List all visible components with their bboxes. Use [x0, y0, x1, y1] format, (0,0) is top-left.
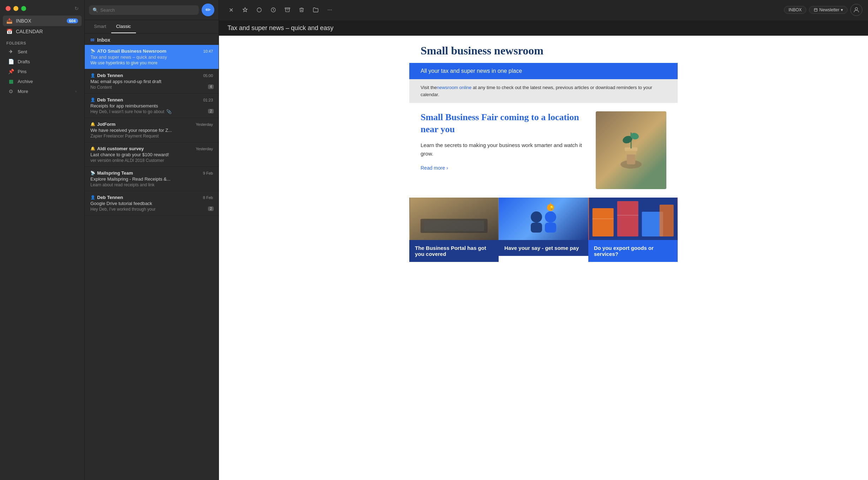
more-icon: ⊙	[8, 88, 14, 94]
sidebar: ↻ 📥 INBOX 604 📅 CALENDAR Folders ✈ Sent …	[0, 0, 85, 480]
view-tabs: Smart Classic	[85, 20, 219, 34]
sent-icon: ✈	[8, 49, 14, 54]
email-subject: We have received your response for Z...	[90, 128, 213, 133]
mail-blue-banner: All your tax and super news in one place	[409, 63, 678, 79]
inbox-icon: 📥	[6, 18, 12, 24]
search-icon: 🔍	[93, 7, 98, 13]
tab-smart[interactable]: Smart	[89, 20, 111, 33]
sidebar-item-pins[interactable]: 📌 Pins	[1, 66, 83, 76]
svg-rect-20	[545, 223, 556, 233]
move-folder-button[interactable]	[309, 4, 322, 16]
mail-notice: Visit thenewsroom online at any time to …	[409, 79, 678, 103]
email-item[interactable]: 👤 Deb Tennen 01:23 Receipts for app reim…	[85, 94, 219, 118]
viewer-right-tools: INBOX Newsletter ▾	[784, 4, 862, 16]
minimize-window-button[interactable]	[13, 6, 18, 11]
calendar-label: CALENDAR	[16, 29, 43, 34]
sidebar-item-archive[interactable]: ▦ Archive	[1, 76, 83, 86]
email-preview: Zapier Freelancer Payment Request	[90, 134, 213, 139]
email-html-body: Small business newsroom All your tax and…	[409, 36, 678, 262]
sidebar-item-more[interactable]: ⊙ More ›	[1, 86, 83, 96]
newsroom-link[interactable]: newsroom online	[437, 85, 471, 90]
mail-header: Small business newsroom	[409, 36, 678, 63]
folders-list: ✈ Sent 📄 Drafts 📌 Pins ▦ Archive ⊙ More …	[0, 47, 84, 96]
more-label: More	[18, 89, 28, 94]
person-icon: 👤	[90, 73, 95, 78]
email-list-panel: 🔍 ✏ Smart Classic ✉ Inbox 📡 ATO Small Bu…	[85, 0, 219, 480]
card-label-3: Do you export goods or services?	[588, 240, 678, 262]
email-item[interactable]: 👤 Deb Tennen 8 Feb Google Drive tutorial…	[85, 191, 219, 216]
email-body-content: Small business newsroom All your tax and…	[219, 36, 868, 480]
inbox-label: INBOX	[16, 18, 31, 24]
email-subject: Explore Mailspring - Read Receipts &...	[90, 176, 213, 182]
close-email-button[interactable]: ✕	[225, 4, 237, 16]
email-time: 9 Feb	[203, 171, 213, 175]
inbox-section-header: ✉ Inbox	[85, 34, 219, 45]
read-more-link[interactable]: Read more ›	[421, 165, 448, 171]
email-item[interactable]: 🔔 Aldi customer survey Yesterday Last ch…	[85, 142, 219, 167]
viewer-toolbar: ✕ ··· INBOX Newsletter ▾	[219, 0, 868, 20]
email-item[interactable]: 📡 ATO Small Business Newsroom 10:47 Tax …	[85, 45, 219, 69]
archive-icon: ▦	[8, 78, 14, 84]
mail-title: Small business newsroom	[421, 44, 666, 57]
email-time: Yesterday	[196, 122, 213, 127]
compose-button[interactable]: ✏	[202, 4, 214, 16]
rss-icon: 📡	[90, 171, 95, 175]
email-item[interactable]: 🔔 JotForm Yesterday We have received you…	[85, 118, 219, 142]
email-subject: Last chance to grab your $100 reward!	[90, 152, 213, 157]
email-preview: We use hyperlinks to give you more	[90, 60, 213, 65]
mail-main-text: Small Business Fair coming to a location…	[421, 111, 589, 171]
sidebar-item-sent[interactable]: ✈ Sent	[1, 47, 83, 57]
pins-icon: 📌	[8, 69, 14, 74]
rss-icon: 📡	[90, 49, 95, 53]
email-from: 👤 Deb Tennen	[90, 97, 123, 103]
inbox-section-icon: ✉	[90, 37, 94, 43]
maximize-window-button[interactable]	[21, 6, 26, 11]
card-label-2: Have your say - get some pay	[499, 240, 588, 256]
archive-button[interactable]	[281, 4, 294, 16]
inbox-section-label: Inbox	[97, 37, 110, 43]
bell-muted-icon: 🔔	[90, 122, 95, 127]
inbox-label-badge[interactable]: INBOX	[784, 6, 806, 14]
email-item[interactable]: 👤 Deb Tennen 05:00 Mac email apps round-…	[85, 69, 219, 94]
email-from: 👤 Deb Tennen	[90, 73, 123, 78]
sidebar-item-inbox[interactable]: 📥 INBOX 604	[3, 16, 82, 26]
email-from: 📡 ATO Small Business Newsroom	[90, 48, 166, 54]
email-time: Yesterday	[196, 147, 213, 151]
snooze-button[interactable]	[267, 4, 280, 16]
drafts-icon: 📄	[8, 59, 14, 64]
pins-label: Pins	[18, 69, 26, 74]
pin-button[interactable]	[239, 4, 251, 16]
search-input[interactable]	[100, 7, 195, 13]
email-item[interactable]: 📡 Mailspring Team 9 Feb Explore Mailspri…	[85, 167, 219, 191]
account-avatar[interactable]	[850, 4, 862, 16]
svg-rect-7	[627, 154, 635, 164]
mail-cards: The Business Portal has got you covered	[409, 198, 678, 262]
svg-rect-18	[531, 223, 542, 233]
email-time: 10:47	[203, 49, 213, 53]
drafts-label: Drafts	[18, 59, 30, 64]
main-nav: 📥 INBOX 604 📅 CALENDAR	[0, 16, 84, 37]
more-actions-button[interactable]: ···	[323, 4, 336, 16]
svg-rect-25	[592, 208, 613, 236]
tab-classic[interactable]: Classic	[111, 20, 136, 33]
card-label-1: The Business Portal has got you covered	[409, 240, 499, 262]
email-preview: No Content	[90, 85, 213, 90]
sidebar-item-drafts[interactable]: 📄 Drafts	[1, 57, 83, 66]
search-field[interactable]: 🔍	[89, 5, 199, 15]
email-subject-display: Tax and super news – quick and easy	[219, 20, 868, 36]
mail-main-body: Learn the secrets to making your busines…	[421, 141, 589, 158]
email-preview: Learn about read receipts and link	[90, 182, 213, 187]
refresh-icon[interactable]: ↻	[75, 6, 79, 11]
trash-button[interactable]	[295, 4, 308, 16]
close-window-button[interactable]	[6, 6, 11, 11]
sidebar-item-calendar[interactable]: 📅 CALENDAR	[3, 26, 82, 37]
svg-point-19	[545, 211, 556, 223]
card-image-2: 💡	[499, 198, 588, 240]
svg-point-0	[257, 8, 261, 12]
sent-label: Sent	[18, 49, 27, 54]
newsletter-label-badge[interactable]: Newsletter ▾	[809, 6, 848, 14]
email-from: 📡 Mailspring Team	[90, 170, 133, 176]
email-time: 01:23	[203, 98, 213, 102]
bell-muted-icon: 🔔	[90, 146, 95, 151]
circle-button[interactable]	[253, 4, 266, 16]
